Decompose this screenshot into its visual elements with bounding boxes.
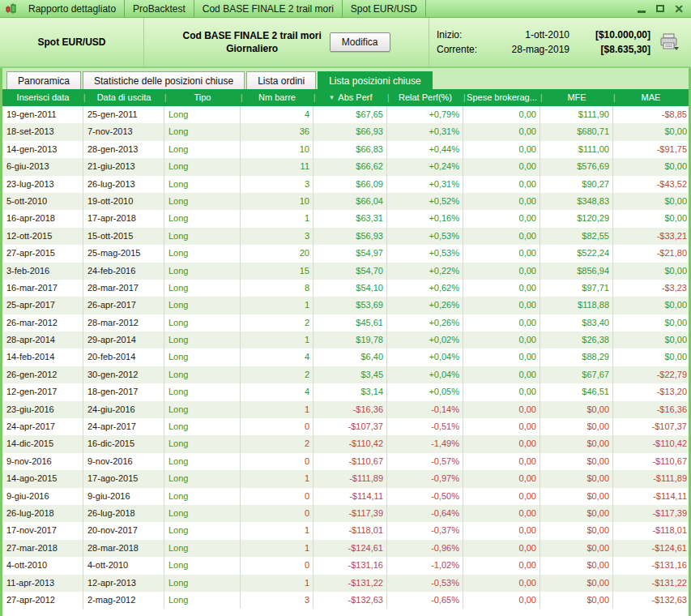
cell-tipo: Long: [164, 314, 241, 332]
column-header-spese-brokerag[interactable]: Spese brokerag...: [463, 89, 540, 106]
titlebar-tab-rapporto-dettagliato[interactable]: Rapporto dettagliato: [20, 0, 125, 17]
table-row[interactable]: 19-gen-201125-gen-2011Long4$67,65+0,79%0…: [2, 106, 689, 123]
tab-lista-ordini[interactable]: Lista ordini: [246, 71, 316, 89]
titlebar-tab-spot-eur-usd[interactable]: Spot EUR/USD: [343, 0, 426, 17]
cell-tipo: Long: [164, 176, 241, 193]
cell-relat: +0,79%: [387, 106, 463, 123]
cell-spese: 0,00: [463, 193, 540, 210]
cell-tipo: Long: [164, 349, 241, 366]
column-header-abs-perf[interactable]: ▼Abs Perf: [314, 89, 387, 106]
cell-barre: 3: [241, 592, 314, 609]
column-header-relat-perf[interactable]: Relat Perf(%): [387, 89, 463, 106]
table-row[interactable]: 26-lug-201826-lug-2018Long0-$117,39-0,64…: [2, 505, 689, 522]
cell-abs: -$111,89: [314, 470, 387, 487]
table-row[interactable]: 12-gen-201718-gen-2017Long4$3,14+0,05%0,…: [2, 383, 689, 400]
modify-button[interactable]: Modifica: [330, 32, 390, 52]
close-icon[interactable]: ✕: [673, 3, 685, 15]
table-row[interactable]: 5-ott-201019-ott-2010Long10$66,04+0,52%0…: [2, 193, 689, 210]
cell-mfe: $46,51: [540, 383, 613, 400]
table-row[interactable]: 25-apr-201726-apr-2017Long1$53,69+0,26%0…: [2, 297, 689, 314]
cell-barre: 1: [241, 575, 314, 592]
corrente-label: Corrente:: [437, 44, 488, 55]
cell-mae: -$91,75: [613, 141, 689, 158]
cell-mfe: $90,27: [540, 176, 613, 193]
cell-abs: -$110,42: [314, 435, 387, 452]
cell-mfe: $576,69: [540, 158, 613, 175]
table-row[interactable]: 28-apr-201429-apr-2014Long1$19,78+0,02%0…: [2, 332, 689, 349]
cell-entry: 26-mar-2012: [2, 314, 83, 332]
cell-abs: $54,70: [314, 263, 387, 280]
table-row[interactable]: 17-nov-201720-nov-2017Long1-$118,01-0,37…: [2, 522, 689, 539]
table-row[interactable]: 27-mar-201828-mar-2018Long1-$124,61-0,96…: [2, 540, 689, 557]
table-row[interactable]: 11-apr-201312-apr-2013Long1-$131,22-0,53…: [2, 575, 689, 592]
titlebar-drag-area[interactable]: [426, 0, 636, 17]
maximize-icon[interactable]: [655, 3, 666, 15]
table-row[interactable]: 6-giu-201321-giu-2013Long11$66,62+0,24%0…: [2, 158, 689, 175]
cell-relat: +0,31%: [387, 123, 463, 140]
cell-entry: 27-apr-2012: [2, 592, 83, 609]
cell-exit: 9-nov-2016: [83, 453, 164, 470]
tab-panoramica[interactable]: Panoramica: [6, 71, 81, 89]
cell-spese: 0,00: [463, 453, 540, 470]
titlebar-tab-probacktest[interactable]: ProBacktest: [125, 0, 194, 17]
table-row[interactable]: 4-ott-20104-ott-2010Long0-$131,16-1,02%0…: [2, 557, 689, 574]
column-header-mfe[interactable]: MFE: [540, 89, 613, 106]
cell-exit: 20-nov-2017: [83, 522, 164, 539]
cell-tipo: Long: [164, 366, 241, 383]
column-header-data-di-uscita[interactable]: Data di uscita: [83, 89, 164, 106]
minimize-icon[interactable]: [636, 3, 647, 15]
column-header-tipo[interactable]: Tipo: [164, 89, 241, 106]
cell-mfe: $0,00: [540, 592, 613, 609]
table-row[interactable]: 9-nov-20169-nov-2016Long0-$110,67-0,57%0…: [2, 453, 689, 470]
column-header-mae[interactable]: MAE: [613, 89, 689, 106]
tab-lista-posizioni-chiuse[interactable]: Lista posizioni chiuse: [318, 71, 432, 89]
titlebar-tab-cod-base-finale-2-trail-mori[interactable]: Cod BASE FINALE 2 trail mori: [194, 0, 343, 17]
cell-exit: 26-lug-2018: [83, 505, 164, 522]
table-row[interactable]: 16-mar-201728-mar-2017Long8$54,10+0,62%0…: [2, 280, 689, 297]
cell-mfe: $0,00: [540, 401, 613, 418]
table-row[interactable]: 14-dic-201516-dic-2015Long2-$110,42-1,49…: [2, 435, 689, 452]
column-header-nm-barre[interactable]: Nm barre: [241, 89, 314, 106]
table-row[interactable]: 14-ago-201517-ago-2015Long1-$111,89-0,97…: [2, 470, 689, 487]
cell-mae: -$8,85: [613, 106, 689, 123]
table-row[interactable]: 24-apr-201724-apr-2017Long0-$107,37-0,51…: [2, 418, 689, 435]
cell-mfe: $0,00: [540, 575, 613, 592]
cell-mfe: $67,67: [540, 366, 613, 383]
table-row[interactable]: 9-giu-20169-giu-2016Long0-$114,11-0,50%0…: [2, 488, 689, 505]
cell-mfe: $82,55: [540, 228, 613, 245]
table-row[interactable]: 23-giu-201624-giu-2016Long1-$16,36-0,14%…: [2, 401, 689, 418]
cell-barre: 2: [241, 314, 314, 332]
account-values: Inizio: 1-ott-2010 [$10.000,00] Corrente…: [437, 29, 650, 55]
table-row[interactable]: 3-feb-201624-feb-2016Long15$54,70+0,22%0…: [2, 263, 689, 280]
cell-mfe: $0,00: [540, 557, 613, 574]
cell-abs: $3,14: [314, 383, 387, 400]
cell-tipo: Long: [164, 297, 241, 314]
table-row[interactable]: 26-gen-201230-gen-2012Long2$3,45+0,04%0,…: [2, 366, 689, 383]
cell-abs: $45,61: [314, 314, 387, 332]
cell-spese: 0,00: [463, 575, 540, 592]
table-row[interactable]: 12-ott-201515-ott-2015Long3$56,93+0,53%0…: [2, 228, 689, 245]
cell-mae: -$117,39: [613, 505, 689, 522]
tab-statistiche-delle-posizioni-chiuse[interactable]: Statistiche delle posizioni chiuse: [83, 71, 245, 89]
cell-exit: 28-mar-2017: [83, 280, 164, 297]
cell-relat: +0,04%: [387, 366, 463, 383]
table-row[interactable]: 16-apr-201817-apr-2018Long1$63,31+0,16%0…: [2, 210, 689, 227]
closed-positions-table: 19-gen-201125-gen-2011Long4$67,65+0,79%0…: [2, 106, 689, 616]
cell-spese: 0,00: [463, 488, 540, 505]
cell-entry: 6-giu-2013: [2, 158, 83, 175]
table-row[interactable]: 26-mar-201228-mar-2012Long2$45,61+0,26%0…: [2, 314, 689, 332]
table-row[interactable]: 27-apr-20122-mag-2012Long3-$132,63-0,65%…: [2, 592, 689, 609]
table-row[interactable]: 14-gen-201328-gen-2013Long10$66,83+0,44%…: [2, 141, 689, 158]
cell-mfe: $83,40: [540, 314, 613, 332]
table-row[interactable]: 27-apr-201525-mag-2015Long20$54,97+0,53%…: [2, 245, 689, 262]
table-row[interactable]: 23-lug-201326-lug-2013Long3$66,09+0,31%0…: [2, 176, 689, 193]
cell-exit: 24-apr-2017: [83, 418, 164, 435]
column-header-inserisci-data[interactable]: Inserisci data: [2, 89, 83, 106]
cell-barre: 0: [241, 488, 314, 505]
cell-spese: 0,00: [463, 123, 540, 140]
table-row[interactable]: 18-set-20137-nov-2013Long36$66,93+0,31%0…: [2, 123, 689, 140]
print-icon[interactable]: [659, 32, 680, 52]
cell-mfe: $0,00: [540, 540, 613, 557]
cell-spese: 0,00: [463, 540, 540, 557]
table-row[interactable]: 14-feb-201420-feb-2014Long4$6,40+0,04%0,…: [2, 349, 689, 366]
